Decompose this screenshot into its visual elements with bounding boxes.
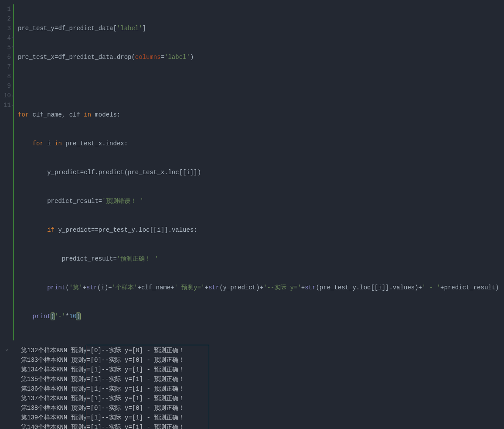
output-line: 第133个样本KNN 预测y=[0]--实际 y=[0] - 预测正确！: [21, 355, 504, 365]
fold-marker-icon[interactable]: ▾: [11, 43, 15, 52]
line-number: 6: [0, 52, 11, 62]
fold-end-icon: ▵: [11, 100, 15, 110]
output-line: 第139个样本KNN 预测y=[1]--实际 y=[1] - 预测正确！: [21, 413, 504, 422]
output-line: 第135个样本KNN 预测y=[1]--实际 y=[1] - 预测正确！: [21, 374, 504, 384]
output-line: 第136个样本KNN 预测y=[1]--实际 y=[1] - 预测正确！: [21, 384, 504, 394]
line-number: 4: [0, 33, 11, 43]
code-line[interactable]: [18, 81, 504, 91]
code-line[interactable]: pre_test_x=df_predict_data.drop(columns=…: [18, 52, 504, 62]
output-panel[interactable]: ⌄ 第132个样本KNN 预测y=[0]--实际 y=[0] - 预测正确！ 第…: [0, 340, 504, 429]
line-number: 3: [0, 24, 11, 33]
fold-end-icon: ▵: [11, 91, 15, 100]
code-line[interactable]: predict_result='预测正确！ ': [18, 254, 504, 264]
line-number: 5: [0, 43, 11, 52]
code-line[interactable]: for clf_name, clf in models:: [18, 110, 504, 120]
line-number: 2: [0, 14, 11, 24]
fold-marker-icon[interactable]: ▾: [11, 33, 15, 43]
output-line: 第137个样本KNN 预测y=[1]--实际 y=[1] - 预测正确！: [21, 394, 504, 403]
fold-gutter[interactable]: ▾ ▾ ▵ ▵: [12, 4, 15, 340]
line-number: 8: [0, 72, 11, 81]
code-area[interactable]: pre_test_y=df_predict_data['label'] pre_…: [15, 4, 504, 340]
code-line[interactable]: if y_predict==pre_test_y.loc[[i]].values…: [18, 225, 504, 235]
line-number: 10: [0, 91, 11, 100]
code-line[interactable]: pre_test_y=df_predict_data['label']: [18, 24, 504, 33]
code-line[interactable]: print('-'*10): [18, 312, 504, 321]
line-number: 11: [0, 100, 11, 110]
code-line[interactable]: predict_result='预测错误！ ': [18, 196, 504, 206]
output-line: 第132个样本KNN 预测y=[0]--实际 y=[0] - 预测正确！: [21, 346, 504, 355]
output-line: 第140个样本KNN 预测y=[1]--实际 y=[1] - 预测正确！: [21, 422, 504, 429]
line-number: 1: [0, 4, 11, 14]
output-line: 第138个样本KNN 预测y=[0]--实际 y=[0] - 预测正确！: [21, 403, 504, 413]
line-number-gutter: 1 2 3 4 5 6 7 8 9 10 11: [0, 4, 12, 340]
line-number: 7: [0, 62, 11, 72]
output-line: 第134个样本KNN 预测y=[1]--实际 y=[1] - 预测正确！: [21, 365, 504, 374]
code-line[interactable]: y_predict=clf.predict(pre_test_x.loc[[i]…: [18, 168, 504, 177]
code-line[interactable]: print('第'+str(i)+'个样本'+clf_name+' 预测y='+…: [18, 283, 504, 292]
code-editor[interactable]: 1 2 3 4 5 6 7 8 9 10 11 ▾ ▾ ▵ ▵ pre_test…: [0, 0, 504, 340]
line-number: 9: [0, 81, 11, 91]
code-line[interactable]: for i in pre_test_x.index:: [18, 139, 504, 148]
